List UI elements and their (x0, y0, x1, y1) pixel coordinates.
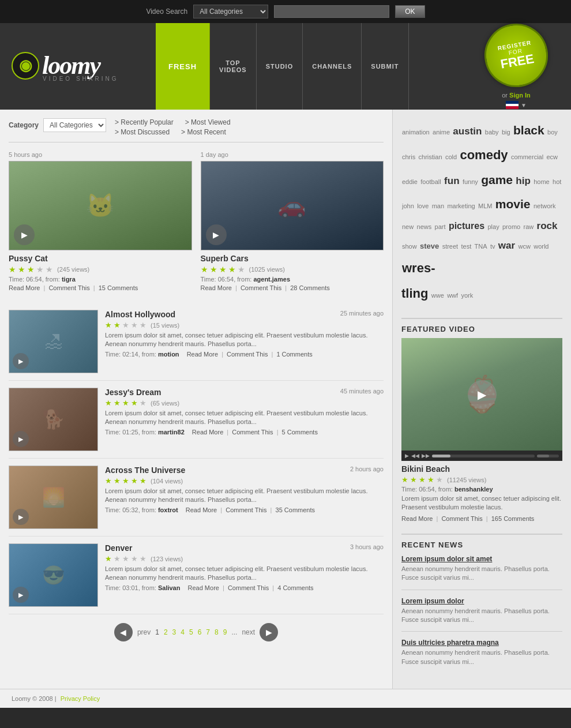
tag-movie[interactable]: movie (495, 197, 531, 211)
play-btn-across-the-universe[interactable]: ▶ (13, 509, 29, 525)
sign-in-link[interactable]: Sign In (509, 92, 531, 99)
tag-animation[interactable]: animation (402, 129, 430, 136)
tag-hip[interactable]: hip (516, 175, 531, 186)
tag-war[interactable]: war (498, 240, 515, 251)
tag-wwf[interactable]: wwf (447, 292, 458, 299)
filter-most-recent[interactable]: > Most Recent (181, 128, 226, 136)
thumb-jessys-dream[interactable]: 🐕 ▶ (9, 388, 98, 451)
tag-mlm[interactable]: MLM (478, 202, 492, 209)
tag-rock[interactable]: rock (537, 220, 558, 231)
tag-commercial[interactable]: commercial (511, 153, 543, 160)
play-btn-superb-cars[interactable]: ▶ (206, 224, 227, 245)
comments-count-across-the-universe[interactable]: 35 Comments (276, 506, 315, 513)
comments-count-denver[interactable]: 4 Comments (277, 584, 313, 591)
tag-anime[interactable]: anime (433, 129, 450, 136)
comment-across-the-universe[interactable]: Comment This (226, 506, 266, 513)
nav-fresh[interactable]: FRESH (156, 23, 210, 110)
nav-channels[interactable]: CHANNELS (303, 23, 362, 110)
page-4[interactable]: 4 (181, 628, 185, 636)
tag-big[interactable]: big (502, 129, 510, 136)
page-3[interactable]: 3 (172, 628, 176, 636)
comments-count-pussy-cat[interactable]: 15 Comments (99, 284, 138, 291)
featured-play-btn[interactable]: ▶ (468, 380, 497, 409)
tag-marketing[interactable]: marketing (447, 202, 475, 209)
category-filter-select[interactable]: All Categories (43, 118, 106, 132)
tag-cold[interactable]: cold (445, 153, 457, 160)
comments-count-superb-cars[interactable]: 28 Comments (290, 284, 329, 291)
tag-funny[interactable]: funny (463, 178, 478, 185)
thumb-pussy-cat[interactable]: 🐱 ▶ (9, 161, 192, 250)
read-more-jessys-dream[interactable]: Read More (192, 429, 223, 436)
tag-game[interactable]: game (481, 173, 513, 186)
tag-fun[interactable]: fun (444, 175, 459, 186)
tag-home[interactable]: home (534, 178, 550, 185)
tag-play[interactable]: play (487, 223, 499, 230)
tag-baby[interactable]: baby (485, 129, 499, 136)
tag-new[interactable]: new (402, 223, 414, 230)
author-jessys-dream[interactable]: martin82 (158, 429, 185, 436)
comment-jessys-dream[interactable]: Comment This (232, 429, 273, 436)
featured-video-thumb[interactable]: 👙 ▶ (401, 338, 562, 451)
tag-black[interactable]: black (513, 123, 544, 137)
search-input[interactable] (274, 5, 389, 18)
thumb-almost-hollywood[interactable]: 🏖 ▶ (9, 310, 98, 373)
play-btn-denver[interactable]: ▶ (13, 587, 29, 603)
comment-pussy-cat[interactable]: Comment This (48, 284, 89, 291)
nav-submit[interactable]: SUBMIT (362, 23, 408, 110)
tag-york[interactable]: york (461, 292, 473, 299)
thumb-across-the-universe[interactable]: 🌅 ▶ (9, 466, 98, 529)
news-title-3[interactable]: Duis ultricies pharetra magna (401, 639, 562, 647)
read-more-superb-cars[interactable]: Read More (201, 284, 232, 291)
featured-comment-this[interactable]: Comment This (441, 515, 482, 522)
comments-count-jessys-dream[interactable]: 5 Comments (282, 429, 318, 436)
filter-most-discussed[interactable]: > Most Discussed (115, 128, 170, 136)
tag-wcw[interactable]: wcw (518, 243, 530, 250)
next-button[interactable]: ▶ (260, 623, 278, 641)
page-9[interactable]: 9 (223, 628, 227, 636)
tag-world[interactable]: world (534, 243, 549, 250)
next-ctrl[interactable]: ▶▶ (422, 453, 430, 459)
filter-recently-popular[interactable]: > Recently Popular (115, 118, 174, 126)
page-2[interactable]: 2 (164, 628, 168, 636)
tag-raw[interactable]: raw (524, 223, 534, 230)
tag-chris[interactable]: chris (402, 153, 415, 160)
tag-news[interactable]: news (417, 223, 432, 230)
author-superb-cars[interactable]: agent.james (253, 276, 290, 283)
search-button[interactable]: OK (395, 5, 425, 18)
author-across-the-universe[interactable]: foxtrot (158, 506, 178, 513)
tag-football[interactable]: football (420, 178, 441, 185)
news-title-1[interactable]: Lorem ipsum dolor sit amet (401, 555, 562, 563)
comments-count-almost-hollywood[interactable]: 1 Comments (276, 351, 312, 358)
author-almost-hollywood[interactable]: motion (158, 351, 179, 358)
nav-top-videos[interactable]: TOPVIDEOS (210, 23, 257, 110)
footer-privacy-link[interactable]: Privacy Policy (61, 695, 100, 702)
tag-man[interactable]: man (432, 202, 444, 209)
featured-author[interactable]: benshankley (454, 486, 493, 493)
thumb-superb-cars[interactable]: 🚗 ▶ (201, 161, 384, 250)
tag-christian[interactable]: christian (419, 153, 442, 160)
tag-eddie[interactable]: eddie (402, 178, 418, 185)
read-more-almost-hollywood[interactable]: Read More (187, 351, 218, 358)
tag-ecw[interactable]: ecw (547, 153, 558, 160)
language-dropdown-arrow[interactable]: ▼ (521, 102, 527, 108)
featured-comments-count[interactable]: 165 Comments (491, 515, 535, 522)
tag-john[interactable]: john (402, 202, 414, 209)
author-pussy-cat[interactable]: tigra (62, 276, 76, 283)
thumb-denver[interactable]: 😎 ▶ (9, 543, 98, 607)
tag-promo[interactable]: promo (502, 223, 520, 230)
play-btn-pussy-cat[interactable]: ▶ (14, 224, 35, 245)
play-btn-jessys-dream[interactable]: ▶ (13, 431, 29, 447)
volume-bar[interactable] (537, 455, 559, 457)
tag-street[interactable]: street (442, 243, 459, 250)
progress-bar[interactable] (432, 455, 535, 457)
featured-read-more[interactable]: Read More (401, 515, 433, 522)
author-denver[interactable]: Salivan (158, 584, 181, 591)
prev-ctrl[interactable]: ◀◀ (411, 453, 419, 459)
page-7[interactable]: 7 (206, 628, 210, 636)
tag-hot[interactable]: hot (553, 178, 561, 185)
tag-pictures[interactable]: pictures (449, 221, 484, 231)
play-btn-almost-hollywood[interactable]: ▶ (13, 353, 29, 369)
tag-show[interactable]: show (402, 243, 417, 250)
tag-test[interactable]: test (461, 243, 471, 250)
tag-comedy[interactable]: comedy (460, 148, 508, 162)
